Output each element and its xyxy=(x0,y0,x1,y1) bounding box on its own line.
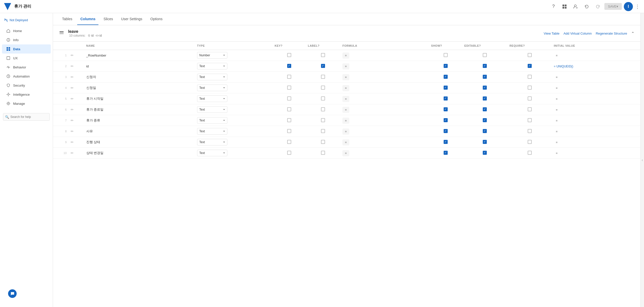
undo-button[interactable] xyxy=(582,2,591,11)
type-select[interactable]: Text xyxy=(197,150,227,156)
type-select[interactable]: Text xyxy=(197,63,227,69)
checkbox[interactable] xyxy=(287,96,291,100)
collapse-button[interactable]: ⌃ xyxy=(631,31,634,36)
checkbox[interactable] xyxy=(287,53,291,57)
checkbox[interactable] xyxy=(528,53,532,57)
formula-value[interactable]: = xyxy=(342,74,349,80)
checkbox[interactable] xyxy=(483,86,487,90)
checkbox[interactable] xyxy=(287,140,291,144)
type-select[interactable]: Number xyxy=(197,52,227,59)
checkbox[interactable] xyxy=(444,96,448,100)
formula-value[interactable]: = xyxy=(342,85,349,91)
sidebar-item-behavior[interactable]: Behavior xyxy=(2,63,51,72)
edit-icon[interactable]: ✏ xyxy=(71,129,74,133)
checkbox[interactable] xyxy=(483,129,487,133)
widgets-button[interactable] xyxy=(560,2,569,11)
view-table-link[interactable]: View Table xyxy=(544,32,559,35)
checkbox[interactable] xyxy=(321,96,325,100)
edit-icon[interactable]: ✏ xyxy=(71,86,74,90)
checkbox[interactable] xyxy=(321,53,325,57)
checkbox[interactable] xyxy=(528,107,532,111)
checkbox[interactable] xyxy=(287,75,291,79)
checkbox[interactable] xyxy=(321,75,325,79)
checkbox[interactable] xyxy=(528,64,532,68)
checkbox[interactable] xyxy=(483,140,487,144)
formula-value[interactable]: = xyxy=(342,139,349,145)
formula-value[interactable]: = xyxy=(342,118,349,124)
checkbox[interactable] xyxy=(528,151,532,155)
formula-value[interactable]: = xyxy=(342,129,349,135)
checkbox[interactable] xyxy=(528,96,532,100)
tab-slices[interactable]: Slices xyxy=(100,13,116,25)
checkbox[interactable] xyxy=(444,151,448,155)
type-select[interactable]: Text xyxy=(197,117,227,124)
checkbox[interactable] xyxy=(321,118,325,122)
sidebar-item-home[interactable]: Home xyxy=(2,26,51,35)
checkbox[interactable] xyxy=(483,53,487,57)
edit-icon[interactable]: ✏ xyxy=(71,108,74,112)
checkbox[interactable] xyxy=(528,140,532,144)
type-select[interactable]: Text xyxy=(197,106,227,113)
checkbox[interactable] xyxy=(528,118,532,122)
redo-button[interactable] xyxy=(593,2,602,11)
checkbox[interactable] xyxy=(321,151,325,155)
sidebar-item-data[interactable]: Data xyxy=(2,44,51,54)
type-select[interactable]: Text xyxy=(197,85,227,91)
type-select[interactable]: Text xyxy=(197,128,227,135)
checkbox[interactable] xyxy=(287,151,291,155)
checkbox[interactable] xyxy=(444,86,448,90)
sidebar-item-intelligence[interactable]: Intelligence xyxy=(2,90,51,99)
help-button[interactable]: ? xyxy=(549,2,558,11)
checkbox[interactable] xyxy=(528,75,532,79)
edit-icon[interactable]: ✏ xyxy=(71,53,74,57)
checkbox[interactable] xyxy=(287,118,291,122)
checkbox[interactable] xyxy=(321,129,325,133)
checkbox[interactable] xyxy=(321,64,325,68)
checkbox[interactable] xyxy=(287,86,291,90)
sidebar-item-info[interactable]: Info xyxy=(2,35,51,44)
checkbox[interactable] xyxy=(444,107,448,111)
tab-tables[interactable]: Tables xyxy=(59,13,75,25)
edit-icon[interactable]: ✏ xyxy=(71,97,74,101)
checkbox[interactable] xyxy=(287,64,291,68)
edit-icon[interactable]: ✏ xyxy=(71,64,74,68)
tab-user-settings[interactable]: User Settings xyxy=(118,13,145,25)
regenerate-structure-link[interactable]: Regenerate Structure xyxy=(596,32,627,35)
tab-columns[interactable]: Columns xyxy=(77,13,98,25)
checkbox[interactable] xyxy=(483,118,487,122)
checkbox[interactable] xyxy=(528,86,532,90)
checkbox[interactable] xyxy=(483,64,487,68)
sidebar-item-ux[interactable]: UX xyxy=(2,54,51,63)
checkbox[interactable] xyxy=(444,64,448,68)
tab-options[interactable]: Options xyxy=(147,13,166,25)
type-select[interactable]: Text xyxy=(197,95,227,102)
add-virtual-column-link[interactable]: Add Virtual Column xyxy=(564,32,592,35)
checkbox[interactable] xyxy=(321,140,325,144)
checkbox[interactable] xyxy=(444,129,448,133)
sidebar-item-manage[interactable]: Manage xyxy=(2,99,51,108)
sidebar-collapse-handle[interactable]: ‹ xyxy=(640,13,644,307)
save-button[interactable]: SAVE▾ xyxy=(604,3,622,10)
type-select[interactable]: Text xyxy=(197,74,227,80)
edit-icon[interactable]: ✏ xyxy=(71,151,74,155)
add-user-button[interactable] xyxy=(571,2,580,11)
checkbox[interactable] xyxy=(321,107,325,111)
formula-value[interactable]: = xyxy=(342,96,349,102)
checkbox[interactable] xyxy=(287,107,291,111)
checkbox[interactable] xyxy=(444,53,448,57)
checkbox[interactable] xyxy=(444,75,448,79)
checkbox[interactable] xyxy=(483,107,487,111)
sidebar-item-automation[interactable]: Automation xyxy=(2,72,51,81)
checkbox[interactable] xyxy=(287,129,291,133)
sidebar-item-security[interactable]: Security xyxy=(2,81,51,90)
formula-value[interactable]: = xyxy=(342,150,349,156)
formula-value[interactable]: = xyxy=(342,107,349,113)
formula-value[interactable]: = xyxy=(342,63,349,69)
more-menu-button[interactable]: ⋮ xyxy=(635,4,640,10)
chat-button[interactable] xyxy=(8,289,17,298)
checkbox[interactable] xyxy=(528,129,532,133)
edit-icon[interactable]: ✏ xyxy=(71,140,74,144)
not-deployed-badge[interactable]: Not Deployed xyxy=(0,16,53,24)
search-input[interactable] xyxy=(3,113,50,121)
type-select[interactable]: Text xyxy=(197,139,227,145)
